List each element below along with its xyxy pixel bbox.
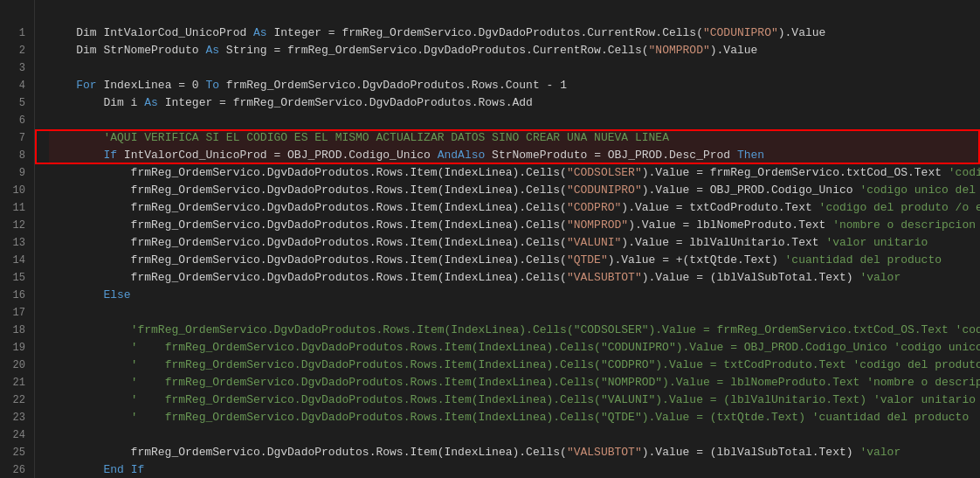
code-token: String = frmReg_OrdemServico.DgvDadoProd… [219, 44, 648, 57]
code-token [49, 463, 103, 476]
code-token: 'valor [859, 446, 901, 459]
code-line: frmReg_OrdemServico.DgvDadoProdutos.Rows… [49, 252, 980, 269]
code-token: 'codigo del servicio [949, 166, 980, 179]
code-token [49, 341, 131, 354]
code-token: IndexLinea = 0 [97, 79, 206, 92]
code-token: Integer = frmReg_OrdemServico.DgvDadoPro… [267, 26, 703, 39]
line-number: 13 [0, 234, 25, 252]
code-line: Dim i As Integer = frmReg_OrdemServico.D… [49, 94, 980, 112]
line-number: 22 [0, 391, 25, 409]
code-token: 'AQUI VERIFICA SI EL CODIGO ES EL MISMO … [103, 131, 669, 144]
code-line: ' frmReg_OrdemServico.DgvDadoProdutos.Ro… [49, 374, 980, 391]
code-token: "QTDE" [567, 253, 608, 267]
code-token: "VALSUBTOT" [567, 446, 642, 459]
code-token: IntValorCod_UnicoProd = OBJ_PROD.Codigo_… [117, 149, 438, 162]
code-token: 'codigo unico del producto [859, 184, 980, 197]
code-token: ).Value = txtCodProduto.Text [621, 201, 818, 214]
code-token: ).Value [778, 26, 826, 39]
code-token: "VALSUBTOT" [567, 271, 642, 284]
code-token: frmReg_OrdemServico.DgvDadoProdutos.Rows… [49, 184, 567, 197]
code-line: 'frmReg_OrdemServico.DgvDadoProdutos.Row… [49, 322, 980, 339]
code-token: Dim StrNomeProduto [49, 44, 205, 57]
code-line: Dim IntValorCod_UnicoProd As Integer = f… [49, 24, 980, 42]
line-number: 21 [0, 374, 25, 391]
code-token: Integer = frmReg_OrdemServico.DgvDadoPro… [158, 96, 533, 109]
code-token [49, 149, 103, 162]
code-line [49, 112, 980, 129]
code-line: For IndexLinea = 0 To frmReg_OrdemServic… [49, 77, 980, 94]
code-token: frmReg_OrdemServico.DgvDadoProdutos.Rows… [49, 166, 567, 179]
code-line: ' frmReg_OrdemServico.DgvDadoProdutos.Ro… [49, 339, 980, 357]
code-line: ' frmReg_OrdemServico.DgvDadoProdutos.Ro… [49, 357, 980, 374]
code-token: "CODUNIPRO" [567, 184, 642, 197]
code-token: 'codigo del produto /o el codigo de barr… [819, 201, 980, 214]
code-token: frmReg_OrdemServico.DgvDadoProdutos.Rows… [49, 253, 567, 267]
line-number: 2 [0, 42, 25, 59]
code-token: frmReg_OrdemServico.DgvDadoProdutos.Rows… [49, 271, 567, 284]
code-token [49, 358, 131, 371]
code-token [49, 411, 131, 424]
code-token: ).Value = (lblValSubTotal.Text) [642, 271, 860, 284]
line-number: 6 [0, 112, 25, 129]
code-token: As [253, 26, 267, 39]
code-token: Else [103, 288, 130, 301]
code-token: Dim IntValorCod_UnicoProd [49, 26, 253, 39]
code-token: "VALUNI" [567, 236, 621, 249]
line-number: 1 [0, 24, 25, 42]
code-token [49, 131, 103, 144]
code-token: 'valor unitario [825, 236, 928, 249]
code-token: "CODPRO" [567, 201, 621, 214]
line-number: 15 [0, 269, 25, 287]
code-line: frmReg_OrdemServico.DgvDadoProdutos.Rows… [49, 182, 980, 199]
line-number: 26 [0, 461, 25, 478]
code-line: frmReg_OrdemServico.DgvDadoProdutos.Rows… [49, 217, 980, 234]
code-line [49, 426, 980, 444]
code-token: frmReg_OrdemServico.DgvDadoProdutos.Rows… [49, 446, 567, 459]
code-token: As [144, 96, 158, 109]
code-token: ).Value = lblValUnitario.Text [621, 236, 825, 249]
line-number: 12 [0, 217, 25, 234]
line-number: 5 [0, 94, 25, 112]
line-number: 14 [0, 252, 25, 269]
code-token: ).Value = frmReg_OrdemServico.txtCod_OS.… [642, 166, 949, 179]
code-token: ' frmReg_OrdemServico.DgvDadoProdutos.Ro… [131, 358, 980, 371]
code-token: "CODSOLSER" [567, 166, 642, 179]
code-line: ' frmReg_OrdemServico.DgvDadoProdutos.Ro… [49, 409, 980, 426]
code-token: ).Value [710, 44, 758, 57]
code-line: frmReg_OrdemServico.DgvDadoProdutos.Rows… [49, 444, 980, 461]
code-line: 'AQUI VERIFICA SI EL CODIGO ES EL MISMO … [49, 129, 980, 147]
code-line: frmReg_OrdemServico.DgvDadoProdutos.Rows… [49, 269, 980, 287]
code-token: "CODUNIPRO" [703, 26, 778, 39]
code-token: "NOMPROD" [567, 218, 628, 232]
line-number: 16 [0, 287, 25, 304]
code-token: To [205, 79, 219, 92]
code-token: StrNomeProduto = OBJ_PROD.Desc_Prod [485, 149, 737, 162]
line-number: 9 [0, 164, 25, 182]
code-token: ).Value = OBJ_PROD.Codigo_Unico [642, 184, 860, 197]
code-editor: 1234567891011121314151617181920212223242… [0, 0, 980, 478]
code-line [49, 59, 980, 77]
code-token: 'frmReg_OrdemServico.DgvDadoProdutos.Row… [131, 323, 980, 336]
line-number: 19 [0, 339, 25, 357]
code-token: As [205, 44, 219, 57]
line-number: 24 [0, 426, 25, 444]
code-content[interactable]: Dim IntValorCod_UnicoProd As Integer = f… [35, 0, 980, 478]
code-token: If [103, 149, 117, 162]
code-token: ).Value = +(txtQtde.Text) [608, 253, 785, 267]
code-token: Then [737, 149, 764, 162]
line-number: 10 [0, 182, 25, 199]
line-number: 18 [0, 322, 25, 339]
code-token [49, 323, 131, 336]
code-token [49, 393, 131, 406]
line-number: 17 [0, 304, 25, 322]
code-line: frmReg_OrdemServico.DgvDadoProdutos.Rows… [49, 199, 980, 217]
code-token: ' frmReg_OrdemServico.DgvDadoProdutos.Ro… [131, 376, 980, 389]
code-token [49, 288, 103, 301]
code-token: AndAlso [438, 149, 486, 162]
line-numbers: 1234567891011121314151617181920212223242… [0, 0, 35, 478]
code-token: frmReg_OrdemServico.DgvDadoProdutos.Rows… [49, 201, 567, 214]
code-line: frmReg_OrdemServico.DgvDadoProdutos.Rows… [49, 234, 980, 252]
line-number: 20 [0, 357, 25, 374]
code-token: ' frmReg_OrdemServico.DgvDadoProdutos.Ro… [131, 393, 976, 406]
code-line [49, 7, 980, 24]
